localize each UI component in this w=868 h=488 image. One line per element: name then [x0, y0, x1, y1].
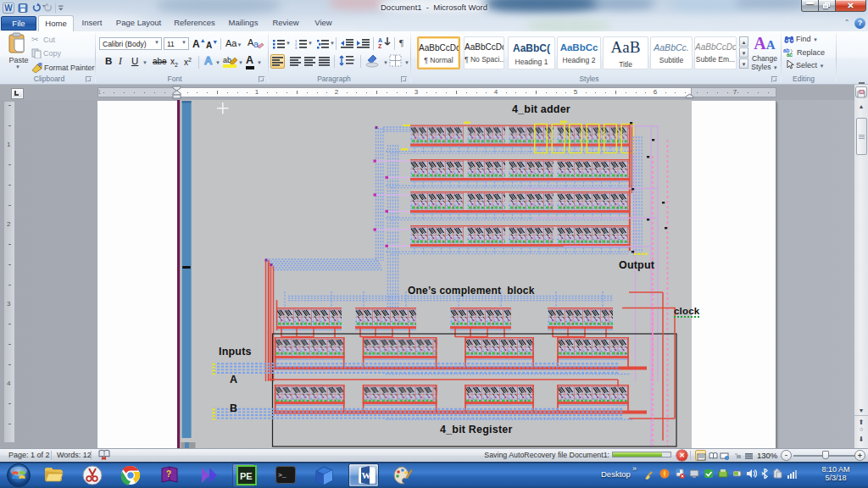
- svg-text:Z: Z: [378, 43, 382, 49]
- svg-text:>_: >_: [278, 471, 287, 479]
- svg-text:3: 3: [295, 46, 298, 49]
- svg-text:?: ?: [166, 469, 171, 479]
- svg-text:A: A: [378, 37, 382, 43]
- svg-text:PE: PE: [240, 471, 253, 481]
- svg-text:W: W: [362, 470, 371, 480]
- svg-text:ac: ac: [787, 52, 793, 57]
